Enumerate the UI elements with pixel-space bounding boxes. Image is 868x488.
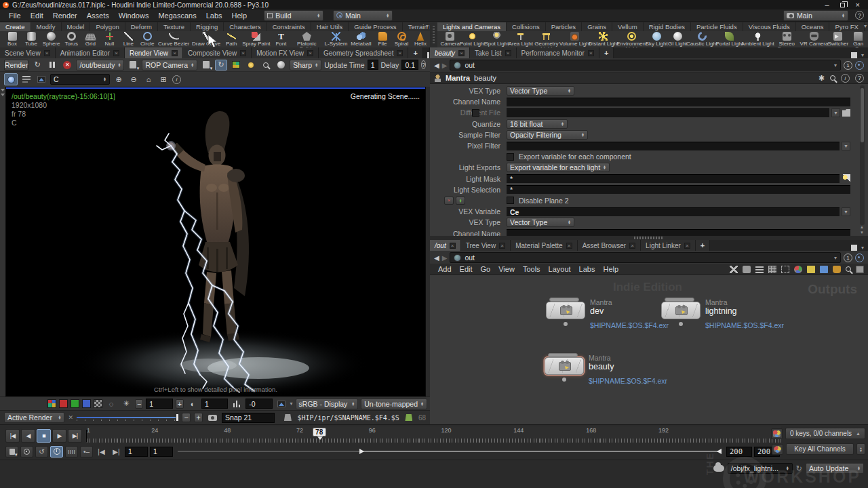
pane-tab-material-palette[interactable]: Material Palette× [511, 240, 577, 251]
shelf-tool-sphere[interactable]: Sphere [41, 31, 62, 47]
network-snapshot-icon[interactable] [856, 266, 864, 273]
param-dropdown-vex-type[interactable]: Vector Type [507, 218, 574, 227]
shelf-tool-helix[interactable]: Helix [411, 31, 430, 47]
close-icon[interactable]: × [113, 50, 119, 56]
pane-tab-add[interactable]: + [408, 47, 422, 58]
pane-tab-out[interactable]: /out× [430, 240, 461, 251]
search-params-icon[interactable] [830, 75, 835, 81]
pane-tab-asset-browser[interactable]: Asset Browser× [578, 240, 641, 251]
menu-edit[interactable]: Edit [26, 12, 48, 20]
zoom-in-icon[interactable]: ⊕ [113, 74, 125, 85]
network-box-icon[interactable] [743, 266, 751, 273]
copy-rop-icon[interactable] [127, 60, 139, 70]
shelf-left-overflow-icon[interactable]: ▾ [426, 23, 429, 29]
dopesheet-icon[interactable]: •– [80, 446, 93, 458]
close-icon[interactable]: × [629, 243, 635, 249]
pane-tab-scene-view[interactable]: Scene View× [0, 47, 56, 58]
param-dropdown-sample-filter[interactable]: Opacity Filtering [507, 130, 588, 140]
pane-tab-geometry-spreadsheet[interactable]: Geometry Spreadsheet× [319, 47, 408, 58]
shelf-tool-file[interactable]: File [373, 31, 392, 47]
beauty-pass-icon[interactable] [4, 73, 18, 85]
shelf-tool-circle[interactable]: Circle [138, 31, 157, 47]
network-snap-icon[interactable] [781, 266, 789, 273]
range-dropdown-icon[interactable]: ▾ [290, 401, 293, 407]
pane-tab-render-view[interactable]: Render View× [125, 47, 183, 58]
shelf-tool-distant-light[interactable]: Distant Light [589, 31, 617, 47]
file-chooser-icon[interactable] [842, 109, 850, 117]
keyframe-ticks-icon[interactable]: ıııı [65, 446, 78, 458]
gamma-plus-button[interactable]: + [176, 399, 184, 409]
shelf-tool-point-light[interactable]: Point Light [460, 31, 484, 47]
node-output-dot[interactable] [564, 322, 568, 326]
brightness-icon[interactable]: ✳ [120, 399, 132, 409]
rgb-channel-button[interactable] [47, 399, 56, 408]
key-all-channels-dropdown[interactable]: Key All Channels [786, 443, 854, 455]
network-grid-icon[interactable] [768, 266, 776, 273]
shelf-tab-deform[interactable]: Deform [125, 22, 158, 31]
shelf-tool-portal-light[interactable]: Portal Light [716, 31, 742, 47]
preview-toggle-icon[interactable] [230, 60, 242, 70]
shelf-splitter[interactable] [430, 22, 437, 47]
shelf-tab-viscous-fluids[interactable]: Viscous Fluids [743, 22, 796, 31]
shelf-right-overflow-icon[interactable]: ▾ [864, 23, 867, 29]
params-path-field[interactable]: out ▾ [450, 60, 841, 70]
shelf-tab-characters[interactable]: Characters [224, 22, 267, 31]
shelf-tool-grid[interactable]: Grid [81, 31, 100, 47]
menu-help[interactable]: Help [227, 12, 252, 20]
keys-dropdown[interactable]: 0 keys, 0/0 channels▲ [785, 428, 865, 439]
range-right-handle[interactable] [717, 449, 722, 454]
image-planes-icon[interactable] [20, 74, 33, 85]
shelf-tab-create[interactable]: Create [0, 22, 31, 31]
camera-pick-icon[interactable] [200, 60, 212, 70]
shelf-tool-box[interactable]: Box [3, 31, 22, 47]
pane-dropdown-icon[interactable]: ▾ [861, 245, 864, 251]
expand-view-icon[interactable]: ⊞ [157, 74, 170, 85]
network-menu-edit[interactable]: Edit [456, 265, 477, 273]
shelf-tool-metaball[interactable]: Metaball [349, 31, 373, 47]
node-lightning[interactable] [661, 302, 701, 319]
shelf-tool-tube[interactable]: Tube [22, 31, 41, 47]
gamma-field[interactable]: 1 [146, 399, 172, 409]
materials-icon[interactable] [275, 60, 287, 70]
go-to-end-button[interactable]: ▶| [68, 429, 82, 443]
auto-update-toggle-icon[interactable]: ↻ [215, 60, 227, 70]
shelf-tab-modify[interactable]: Modify [31, 22, 62, 31]
loop-mode-icon[interactable]: ↺ [35, 446, 48, 458]
render-button[interactable]: Render [4, 60, 28, 70]
shelf-tool-stereo-camera[interactable]: Stereo Camera [773, 31, 801, 47]
param-field-vex-variable[interactable]: Ce [507, 207, 840, 216]
network-menu-layout[interactable]: Layout [545, 265, 575, 273]
shelf-tool-null[interactable]: Null [100, 31, 119, 47]
pin-count-badge[interactable]: 1 [844, 61, 852, 70]
network-menu-tools[interactable]: Tools [519, 265, 545, 273]
menu-assets[interactable]: Assets [82, 12, 114, 20]
network-menu-add[interactable]: Add [434, 265, 456, 273]
shelf-tab-polygon[interactable]: Polygon [90, 22, 125, 31]
green-channel-button[interactable] [71, 399, 79, 408]
close-icon[interactable]: × [566, 243, 572, 249]
params-scrollbar[interactable] [860, 85, 865, 225]
follow-selection-icon[interactable] [855, 61, 864, 70]
close-icon[interactable]: × [499, 243, 505, 249]
reorder-plane-button[interactable] [456, 197, 465, 205]
shelf-tool-environment-light[interactable]: Environment Light [618, 31, 646, 47]
go-to-start-button[interactable]: |◀ [5, 429, 20, 443]
node-flag[interactable] [549, 298, 579, 302]
menu-megascans[interactable]: Megascans [153, 12, 201, 20]
range-left-handle[interactable] [359, 449, 364, 454]
network-data-icon[interactable] [833, 266, 841, 273]
desktop-right-dropdown[interactable]: Main [783, 10, 848, 21]
pane-tab-motion-fx-view[interactable]: Motion FX View× [252, 47, 319, 58]
gear-menu-icon[interactable]: ✱ [818, 74, 825, 83]
context-path-dropdown[interactable]: /obj/fx_lightni... [728, 463, 793, 474]
shelf-tool-gan-ca[interactable]: Gan Ca [848, 31, 868, 47]
restore-button[interactable] [840, 3, 845, 7]
playback-range-slider[interactable] [178, 447, 722, 455]
field-dropdown-icon[interactable]: ▼ [842, 142, 850, 150]
render-history-slider[interactable] [77, 414, 178, 421]
param-checkbox[interactable] [507, 197, 514, 204]
close-icon[interactable]: × [397, 50, 403, 56]
close-icon[interactable]: × [307, 50, 313, 56]
shelf-tab-rigid-bodies[interactable]: Rigid Bodies [644, 22, 691, 31]
shelf-tool-vr-camera[interactable]: VR Camera [801, 31, 827, 47]
